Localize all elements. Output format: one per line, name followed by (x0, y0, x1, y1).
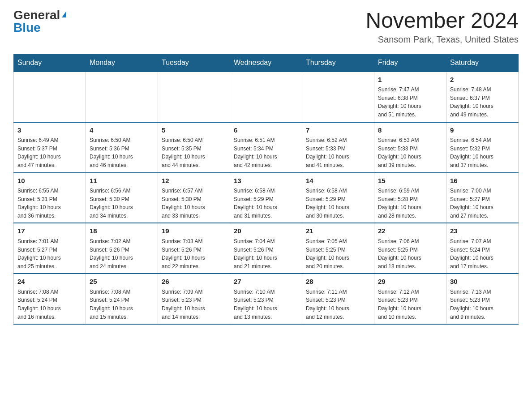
day-number: 9 (450, 125, 515, 136)
calendar-header-monday: Monday (86, 54, 158, 72)
calendar-header-tuesday: Tuesday (158, 54, 230, 72)
calendar-cell: 20Sunrise: 7:04 AMSunset: 5:26 PMDayligh… (230, 223, 302, 274)
calendar-cell (14, 72, 86, 122)
calendar-cell (230, 72, 302, 122)
calendar-cell: 14Sunrise: 6:58 AMSunset: 5:29 PMDayligh… (302, 173, 374, 223)
day-number: 25 (90, 277, 154, 287)
day-number: 11 (90, 176, 154, 186)
day-number: 19 (162, 226, 226, 236)
day-number: 6 (234, 125, 298, 136)
day-number: 1 (378, 75, 442, 85)
day-number: 15 (378, 176, 442, 186)
calendar-cell: 6Sunrise: 6:51 AMSunset: 5:34 PMDaylight… (230, 122, 302, 173)
calendar-cell (158, 72, 230, 122)
day-number: 27 (234, 277, 298, 287)
day-info: Sunrise: 7:03 AMSunset: 5:26 PMDaylight:… (162, 237, 226, 270)
calendar-cell: 25Sunrise: 7:08 AMSunset: 5:24 PMDayligh… (86, 274, 158, 324)
calendar-week-row: 1Sunrise: 7:47 AMSunset: 6:38 PMDaylight… (14, 72, 519, 122)
day-number: 4 (90, 125, 154, 136)
calendar-week-row: 3Sunrise: 6:49 AMSunset: 5:37 PMDaylight… (14, 122, 519, 173)
day-info: Sunrise: 7:01 AMSunset: 5:27 PMDaylight:… (17, 237, 82, 270)
logo-general: General (13, 9, 60, 21)
page-header: General Blue November 2024 Sansom Park, … (13, 9, 519, 45)
day-info: Sunrise: 6:50 AMSunset: 5:35 PMDaylight:… (162, 136, 226, 169)
day-info: Sunrise: 7:47 AMSunset: 6:38 PMDaylight:… (378, 86, 442, 119)
day-info: Sunrise: 6:53 AMSunset: 5:33 PMDaylight:… (378, 136, 442, 169)
calendar-week-row: 10Sunrise: 6:55 AMSunset: 5:31 PMDayligh… (14, 173, 519, 223)
day-info: Sunrise: 7:12 AMSunset: 5:23 PMDaylight:… (378, 288, 442, 321)
calendar-header-friday: Friday (374, 54, 446, 72)
day-info: Sunrise: 6:58 AMSunset: 5:29 PMDaylight:… (234, 187, 298, 220)
day-number: 5 (162, 125, 226, 136)
calendar-cell: 16Sunrise: 7:00 AMSunset: 5:27 PMDayligh… (446, 173, 519, 223)
day-number: 13 (234, 176, 298, 186)
calendar-cell: 1Sunrise: 7:47 AMSunset: 6:38 PMDaylight… (374, 72, 446, 122)
calendar-cell: 5Sunrise: 6:50 AMSunset: 5:35 PMDaylight… (158, 122, 230, 173)
calendar-table: SundayMondayTuesdayWednesdayThursdayFrid… (13, 54, 519, 325)
calendar-cell (86, 72, 158, 122)
day-info: Sunrise: 7:13 AMSunset: 5:23 PMDaylight:… (450, 288, 515, 321)
day-info: Sunrise: 6:55 AMSunset: 5:31 PMDaylight:… (17, 187, 82, 220)
calendar-header-row: SundayMondayTuesdayWednesdayThursdayFrid… (14, 54, 519, 72)
calendar-cell: 29Sunrise: 7:12 AMSunset: 5:23 PMDayligh… (374, 274, 446, 324)
day-info: Sunrise: 7:07 AMSunset: 5:24 PMDaylight:… (450, 237, 515, 270)
day-info: Sunrise: 6:49 AMSunset: 5:37 PMDaylight:… (17, 136, 82, 169)
day-number: 18 (90, 226, 154, 236)
day-info: Sunrise: 7:08 AMSunset: 5:24 PMDaylight:… (17, 288, 82, 321)
calendar-cell: 27Sunrise: 7:10 AMSunset: 5:23 PMDayligh… (230, 274, 302, 324)
day-number: 30 (450, 277, 515, 287)
day-number: 2 (450, 75, 515, 85)
day-number: 24 (17, 277, 82, 287)
day-info: Sunrise: 7:02 AMSunset: 5:26 PMDaylight:… (90, 237, 154, 270)
calendar-header-saturday: Saturday (446, 54, 519, 72)
day-number: 14 (306, 176, 370, 186)
calendar-header-thursday: Thursday (302, 54, 374, 72)
day-number: 7 (306, 125, 370, 136)
calendar-cell: 28Sunrise: 7:11 AMSunset: 5:23 PMDayligh… (302, 274, 374, 324)
calendar-cell: 19Sunrise: 7:03 AMSunset: 5:26 PMDayligh… (158, 223, 230, 274)
calendar-cell: 23Sunrise: 7:07 AMSunset: 5:24 PMDayligh… (446, 223, 519, 274)
day-number: 12 (162, 176, 226, 186)
calendar-cell (302, 72, 374, 122)
day-number: 3 (17, 125, 82, 136)
day-number: 10 (17, 176, 82, 186)
day-info: Sunrise: 7:11 AMSunset: 5:23 PMDaylight:… (306, 288, 370, 321)
calendar-cell: 17Sunrise: 7:01 AMSunset: 5:27 PMDayligh… (14, 223, 86, 274)
calendar-header-wednesday: Wednesday (230, 54, 302, 72)
day-info: Sunrise: 6:59 AMSunset: 5:28 PMDaylight:… (378, 187, 442, 220)
day-info: Sunrise: 7:10 AMSunset: 5:23 PMDaylight:… (234, 288, 298, 321)
month-title: November 2024 (365, 9, 519, 33)
day-info: Sunrise: 7:05 AMSunset: 5:25 PMDaylight:… (306, 237, 370, 270)
day-number: 23 (450, 226, 515, 236)
calendar-cell: 10Sunrise: 6:55 AMSunset: 5:31 PMDayligh… (14, 173, 86, 223)
calendar-cell: 3Sunrise: 6:49 AMSunset: 5:37 PMDaylight… (14, 122, 86, 173)
day-number: 16 (450, 176, 515, 186)
day-number: 28 (306, 277, 370, 287)
day-info: Sunrise: 6:57 AMSunset: 5:30 PMDaylight:… (162, 187, 226, 220)
day-info: Sunrise: 6:52 AMSunset: 5:33 PMDaylight:… (306, 136, 370, 169)
day-number: 22 (378, 226, 442, 236)
logo-triangle-icon (62, 11, 66, 17)
day-info: Sunrise: 7:04 AMSunset: 5:26 PMDaylight:… (234, 237, 298, 270)
calendar-header-sunday: Sunday (14, 54, 86, 72)
logo: General Blue (13, 9, 66, 34)
day-info: Sunrise: 6:51 AMSunset: 5:34 PMDaylight:… (234, 136, 298, 169)
calendar-cell: 15Sunrise: 6:59 AMSunset: 5:28 PMDayligh… (374, 173, 446, 223)
calendar-cell: 2Sunrise: 7:48 AMSunset: 6:37 PMDaylight… (446, 72, 519, 122)
calendar-cell: 18Sunrise: 7:02 AMSunset: 5:26 PMDayligh… (86, 223, 158, 274)
day-info: Sunrise: 7:06 AMSunset: 5:25 PMDaylight:… (378, 237, 442, 270)
title-section: November 2024 Sansom Park, Texas, United… (365, 9, 519, 45)
calendar-cell: 22Sunrise: 7:06 AMSunset: 5:25 PMDayligh… (374, 223, 446, 274)
day-info: Sunrise: 7:00 AMSunset: 5:27 PMDaylight:… (450, 187, 515, 220)
calendar-week-row: 24Sunrise: 7:08 AMSunset: 5:24 PMDayligh… (14, 274, 519, 324)
day-info: Sunrise: 7:08 AMSunset: 5:24 PMDaylight:… (90, 288, 154, 321)
calendar-cell: 13Sunrise: 6:58 AMSunset: 5:29 PMDayligh… (230, 173, 302, 223)
day-number: 8 (378, 125, 442, 136)
day-info: Sunrise: 6:54 AMSunset: 5:32 PMDaylight:… (450, 136, 515, 169)
day-number: 29 (378, 277, 442, 287)
day-number: 26 (162, 277, 226, 287)
day-info: Sunrise: 6:58 AMSunset: 5:29 PMDaylight:… (306, 187, 370, 220)
calendar-cell: 9Sunrise: 6:54 AMSunset: 5:32 PMDaylight… (446, 122, 519, 173)
day-number: 21 (306, 226, 370, 236)
day-number: 20 (234, 226, 298, 236)
